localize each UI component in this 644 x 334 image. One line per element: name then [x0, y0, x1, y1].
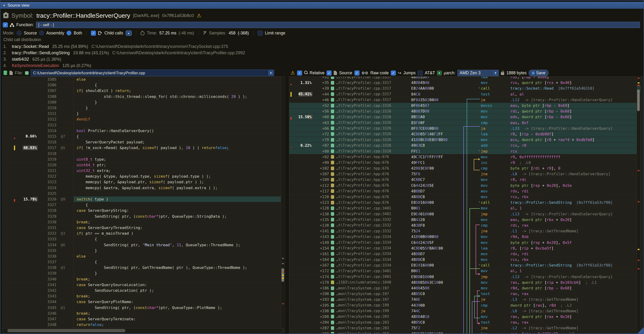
instr-source-location[interactable]: …t\TracyProfiler.hpp:676: [336, 200, 411, 205]
asm-instruction-row[interactable]: +72…t\TracyProfiler.cpp:33264C8D05F146F2…: [289, 131, 638, 137]
instr-source-location[interactable]: …mon\TracySystem.cpp:199: [336, 309, 411, 313]
asm-instruction-row[interactable]: +200…mon\TracySystem.cpp:203488B4010movr…: [289, 314, 638, 320]
instr-source-location[interactable]: …t\TracyProfiler.cpp:3317: [336, 86, 411, 91]
source-scrollbar[interactable]: [281, 76, 285, 329]
file-icon[interactable]: [10, 71, 13, 75]
asm-instruction-row[interactable]: +63…t\TracyProfiler.cpp:332683F80Fcmpeax…: [289, 120, 638, 126]
source-line[interactable]: 3333 {: [2, 236, 281, 242]
source-line[interactable]: 0.66%3315@7{: [2, 134, 281, 139]
asm-instruction-row[interactable]: +161…t\TracyProfiler.cpp:3334488BD7movrd…: [289, 251, 638, 257]
source-line[interactable]: 3331 case ServerQueryThreadString:: [2, 225, 281, 231]
limit-range-checkbox[interactable]: ✓: [258, 31, 262, 36]
asm-instruction-row[interactable]: +195…mon\TracySystem.cpp:199443900cmpdwo…: [289, 303, 638, 308]
asm-instruction-row[interactable]: +174…t\TracyProfiler.cpp:3401E9B8010000j…: [289, 274, 638, 280]
instr-source-location[interactable]: …t\TracyProfiler.hpp:676: [336, 178, 411, 182]
asm-instruction-row[interactable]: +167…t\TracyProfiler.cpp:3334E824160000‹…: [289, 263, 638, 268]
source-line[interactable]: 3313: [2, 122, 281, 128]
instr-source-location[interactable]: …t\TracyProfiler.cpp:3401: [336, 206, 411, 210]
asm-instruction-row[interactable]: +141…t\TracyProfiler.cpp:33327524jne.L1 …: [289, 228, 638, 234]
source-line[interactable]: 3336 else: [2, 254, 281, 259]
warning-icon[interactable]: ⚠: [197, 13, 201, 18]
source-line[interactable]: 3305 else: [2, 77, 281, 82]
asm-instruction-row[interactable]: +39…t\TracyProfiler.cpp:3317E824AA0000‹c…: [289, 86, 638, 91]
asm-instruction-row[interactable]: +112…t\TracyProfiler.hpp:676C64424205Emo…: [289, 183, 638, 188]
asm-instruction-row[interactable]: +66…t\TracyProfiler.cpp:33260F87CE060000…: [289, 126, 638, 131]
source-line[interactable]: 3323 memcpy( &ptr, &payload.ptr, sizeof(…: [2, 179, 281, 185]
asm-instruction-row[interactable]: +117…t\TracyProfiler.hpp:676488BD7movrdx…: [289, 188, 638, 194]
save-button[interactable]: ↓ Save: [529, 70, 548, 76]
source-line[interactable]: 3338@1 SendString( ptr, GetThreadName( p…: [2, 265, 281, 271]
source-line[interactable]: 3330 break;: [2, 219, 281, 225]
asm-instruction-row[interactable]: +46…t\TracyProfiler.cpp:33170F8435020000…: [289, 97, 638, 103]
source-line[interactable]: 3342 SendSourceLocation( ptr );: [2, 288, 281, 293]
instr-source-location[interactable]: …t\TracyProfiler.cpp:3326: [336, 115, 411, 119]
radio-assembly[interactable]: [39, 31, 44, 35]
asm-instruction-row[interactable]: +172…t\TracyProfiler.cpp:3401B001moval, …: [289, 268, 638, 274]
child-call-item[interactable]: 2.tracy::Profiler::SendLongString19.88 m…: [3, 50, 405, 56]
asm-instruction-row[interactable]: +143…t\TracyProfiler.cpp:333441B90B00000…: [289, 234, 638, 240]
instr-source-location[interactable]: …t\TracyProfiler.hpp:676: [336, 155, 411, 159]
source-line[interactable]: 3321 uint32_t extra;: [2, 168, 281, 173]
source-line[interactable]: 3327 {: [2, 202, 281, 208]
source-line[interactable]: 3310 }: [2, 105, 281, 111]
asm-instruction-row[interactable]: 15.50%+60…t\TracyProfiler.cpp:33268B55A0…: [289, 114, 638, 120]
asm-instruction-row[interactable]: +135…t\TracyProfiler.cpp:33328B4320movea…: [289, 217, 638, 223]
asm-instruction-row[interactable]: +120…t\TracyProfiler.hpp:676488BCBmovrcx…: [289, 194, 638, 200]
source-line[interactable]: 3344 case ServerQueryPlotName:: [2, 299, 281, 305]
instr-source-location[interactable]: …t\TracyProfiler.cpp:3334: [336, 235, 411, 239]
source-hscrollbar[interactable]: [3, 328, 282, 333]
instr-source-location[interactable]: …t\TracyProfiler.cpp:3326: [336, 104, 411, 108]
source-line[interactable]: 3324 memcpy( &extra, &payload.extra, siz…: [2, 185, 281, 191]
instr-source-location[interactable]: …mon\TracySystem.cpp:203: [336, 320, 411, 325]
source-line[interactable]: 3329 SendString( ptr, (const char*)ptr, …: [2, 214, 281, 219]
asm-instruction-row[interactable]: +92…t\TracyProfiler.hpp:67649C7C1FFFFFFF…: [289, 154, 638, 160]
source-line[interactable]: 3348 return false;: [2, 322, 281, 328]
radio-both[interactable]: [66, 31, 71, 35]
instr-source-location[interactable]: …t\TracyProfiler.cpp:3332: [336, 229, 411, 233]
instr-source-location[interactable]: …t\TracyProfiler.cpp:3326: [336, 144, 411, 148]
instr-source-location[interactable]: …t\TracyProfiler.cpp:3326: [336, 138, 411, 142]
asm-instruction-row[interactable]: +79…t\TracyProfiler.cpp:3326418B8C80E0BF…: [289, 137, 638, 143]
instr-source-location[interactable]: …t\TracyProfiler.cpp:3334: [336, 258, 411, 262]
assembly-scrollbar[interactable]: [637, 76, 641, 334]
asm-instruction-row[interactable]: +109…t\TracyProfiler.hpp:6764C8BC7movr8,…: [289, 177, 638, 182]
asm-instruction-row[interactable]: +198…mon\TracySystem.cpp:199744Cje.L6 ->…: [289, 308, 638, 314]
source-line[interactable]: 3325: [2, 191, 281, 196]
instr-source-location[interactable]: …mon\TracySystem.cpp:203: [336, 326, 411, 330]
instr-source-location[interactable]: …t\TracyProfiler.cpp:3334: [336, 240, 411, 245]
function-checkbox[interactable]: ✓: [3, 22, 8, 27]
source-line[interactable]: 3306 {: [2, 82, 281, 88]
source-line[interactable]: 3328 case ServerQueryString:: [2, 208, 281, 213]
asm-warning-icon[interactable]: ⚠: [290, 70, 295, 76]
child-call-item[interactable]: 1.tracy::Socket::Read25.25 ms (54.89%)C:…: [3, 43, 405, 50]
source-line[interactable]: 3347 case ServerQueryTerminate:: [2, 316, 281, 322]
source-line[interactable]: 3318: [2, 151, 281, 156]
asm-instruction-row[interactable]: +52…t\TracyProfiler.cpp:33260FB64597movz…: [289, 103, 638, 109]
asm-instruction-row[interactable]: +90…t\TracyProfiler.cpp:3326FFE1‹jmprcx: [289, 148, 638, 154]
asm-instruction-row[interactable]: +31…t\TracyProfiler.cpp:3317488D5597lear…: [289, 76, 638, 80]
instr-source-location[interactable]: …t\TracyProfiler.cpp:3401: [336, 275, 411, 279]
instr-source-location[interactable]: …t\TracyProfiler.cpp:3334: [336, 263, 411, 268]
instr-source-location[interactable]: …mon\TracySystem.cpp:203: [336, 315, 411, 319]
asm-instruction-row[interactable]: 0.22%+87…t\TracyProfiler.cpp:33264903C8a…: [289, 143, 638, 148]
instr-source-location[interactable]: …t\TracyProfiler.hpp:676: [336, 195, 411, 199]
instr-source-location[interactable]: …mon\TracySystem.cpp:199: [336, 303, 411, 307]
relative-checkbox[interactable]: ✓: [297, 71, 302, 75]
asm-instruction-row[interactable]: +149…t\TracyProfiler.cpp:3334C64424205Fm…: [289, 240, 638, 245]
asm-instruction-row[interactable]: +56…t\TracyProfiler.cpp:3326488B7D98movr…: [289, 109, 638, 114]
instr-source-location[interactable]: …t\TracyProfiler.cpp:3317: [336, 92, 411, 96]
source-line[interactable]: 3346 break;: [2, 311, 281, 316]
file-combo[interactable]: C:\Users\wolf\Desktop\darkrl\contrib\tra…: [31, 70, 274, 76]
radio-source[interactable]: [17, 31, 22, 35]
asm-instruction-row[interactable]: 45.41%+44…t\TracyProfiler.cpp:331784C0te…: [289, 92, 638, 97]
instr-source-location[interactable]: …t\TracyProfiler.cpp:3326: [336, 132, 411, 136]
source-line[interactable]: 3316 ServerQueryPacket payload;: [2, 139, 281, 145]
source-line[interactable]: 3345@1 SendString( ptr, (const char*)ptr…: [2, 305, 281, 311]
asm-instruction-row[interactable]: +138…t\TracyProfiler.cpp:3332483BF8cmprd…: [289, 223, 638, 228]
source-line[interactable]: 15.79%3326@9 switch( type ): [2, 196, 281, 202]
child-calls-up-button[interactable]: ▲: [126, 30, 132, 36]
asm-instruction-row[interactable]: +186…mon\TracySystem.cpp:197448B4598movr…: [289, 285, 638, 291]
source-line[interactable]: 3334@6 SendString( ptr, "Main thread", 1…: [2, 242, 281, 248]
source-line[interactable]: 3332@3 if( ptr == m_mainThread ): [2, 231, 281, 236]
assembly-pane[interactable]: +31…t\TracyProfiler.cpp:3317488D5597lear…: [289, 76, 642, 334]
